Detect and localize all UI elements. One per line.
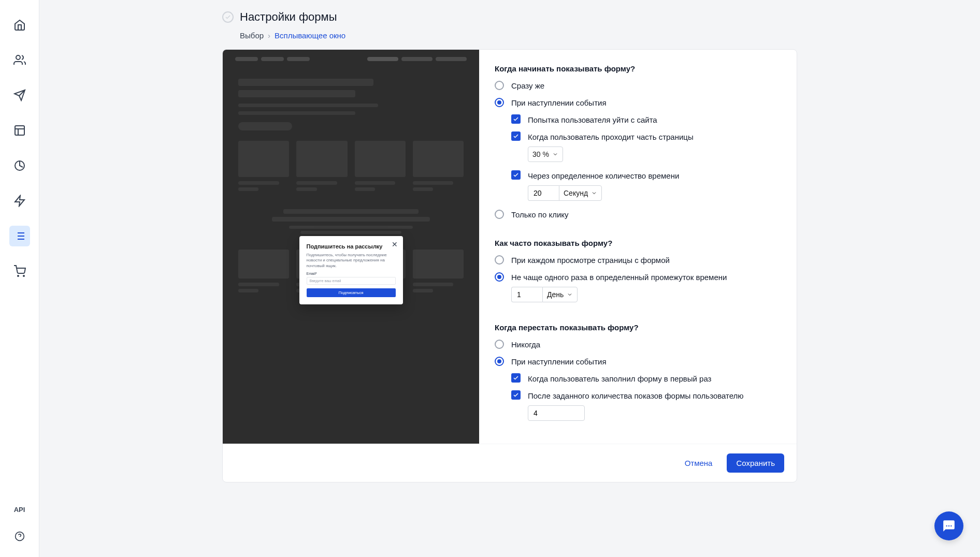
popup-text: Подпишитесь, чтобы получать последние но…	[307, 253, 396, 269]
sidebar: API	[0, 0, 39, 503]
svg-point-3	[23, 275, 24, 276]
radio-stop-event[interactable]	[495, 357, 504, 366]
section-header: Настройки формы	[222, 10, 797, 24]
cart-icon[interactable]	[9, 261, 30, 282]
label-every-view: При каждом просмотре страницы с формой	[511, 255, 670, 266]
breadcrumb-root[interactable]: Выбор	[240, 31, 264, 40]
close-icon[interactable]: ✕	[392, 240, 398, 248]
checkbox-exit-intent[interactable]	[511, 114, 521, 124]
label-never: Никогда	[511, 339, 540, 350]
time-unit-select[interactable]: Секунд	[559, 185, 602, 201]
popup-email-label: Email*	[307, 272, 396, 275]
label-on-event: При наступлении события	[511, 97, 607, 108]
radio-immediate[interactable]	[495, 81, 504, 90]
interval-value-input[interactable]	[511, 287, 542, 302]
radio-on-event[interactable]	[495, 98, 504, 107]
users-icon[interactable]	[9, 50, 30, 70]
popup-email-input[interactable]: Введите ваш email	[307, 277, 396, 285]
how-often-title: Как часто показывать форму?	[495, 239, 781, 247]
chevron-right-icon: ›	[268, 31, 270, 40]
send-icon[interactable]	[9, 85, 30, 106]
popup-title: Подпишитесь на рассылку	[307, 243, 396, 250]
svg-rect-1	[15, 126, 24, 135]
layout-icon[interactable]	[9, 120, 30, 141]
form-preview: ✕ Подпишитесь на рассылку Подпишитесь, ч…	[223, 50, 479, 444]
save-button[interactable]: Сохранить	[727, 453, 784, 473]
radio-interval[interactable]	[495, 272, 504, 282]
list-icon[interactable]	[9, 226, 30, 246]
popup-subscribe-button[interactable]: Подписаться	[307, 288, 396, 297]
chart-icon[interactable]	[9, 155, 30, 176]
popup-preview: ✕ Подпишитесь на рассылку Подпишитесь, ч…	[299, 236, 403, 304]
checkbox-count[interactable]	[511, 390, 521, 400]
checkbox-filled[interactable]	[511, 373, 521, 383]
radio-click-only[interactable]	[495, 210, 504, 219]
settings-card: ✕ Подпишитесь на рассылку Подпишитесь, ч…	[222, 49, 797, 482]
label-scroll: Когда пользователь проходит часть страни…	[528, 133, 694, 141]
check-circle-icon	[222, 11, 234, 23]
radio-every-view[interactable]	[495, 255, 504, 265]
label-time: Через определенное количество времени	[528, 171, 679, 180]
label-count: После заданного количества показов формы…	[528, 391, 744, 400]
checkbox-time[interactable]	[511, 170, 521, 180]
label-interval: Не чаще одного раза в определенный проме…	[511, 273, 727, 282]
svg-point-0	[16, 55, 20, 60]
label-click-only: Только по клику	[511, 209, 569, 220]
breadcrumb-current[interactable]: Всплывающее окно	[275, 31, 345, 40]
cancel-button[interactable]: Отмена	[678, 453, 720, 473]
when-start-title: Когда начинать показывать форму?	[495, 64, 781, 73]
home-icon[interactable]	[9, 14, 30, 35]
checkbox-scroll[interactable]	[511, 131, 521, 141]
label-stop-event: При наступлении события	[511, 356, 607, 367]
interval-unit-select[interactable]: День	[542, 287, 578, 302]
time-value-input[interactable]	[528, 185, 559, 201]
radio-never[interactable]	[495, 340, 504, 349]
scroll-percent-select[interactable]: 30 %	[528, 146, 563, 162]
card-footer: Отмена Сохранить	[223, 444, 797, 482]
when-stop-title: Когда перестать показывать форму?	[495, 323, 781, 332]
settings-panel: Когда начинать показывать форму? Сразу ж…	[479, 50, 797, 444]
label-exit-intent: Попытка пользователя уйти с сайта	[528, 114, 657, 125]
page-title: Настройки формы	[240, 10, 337, 24]
count-input[interactable]	[528, 405, 585, 421]
bolt-icon[interactable]	[9, 190, 30, 211]
svg-point-2	[18, 275, 19, 276]
label-immediate: Сразу же	[511, 80, 544, 91]
label-filled: Когда пользователь заполнил форму в перв…	[528, 373, 712, 384]
breadcrumb: Выбор › Всплывающее окно	[222, 31, 797, 40]
